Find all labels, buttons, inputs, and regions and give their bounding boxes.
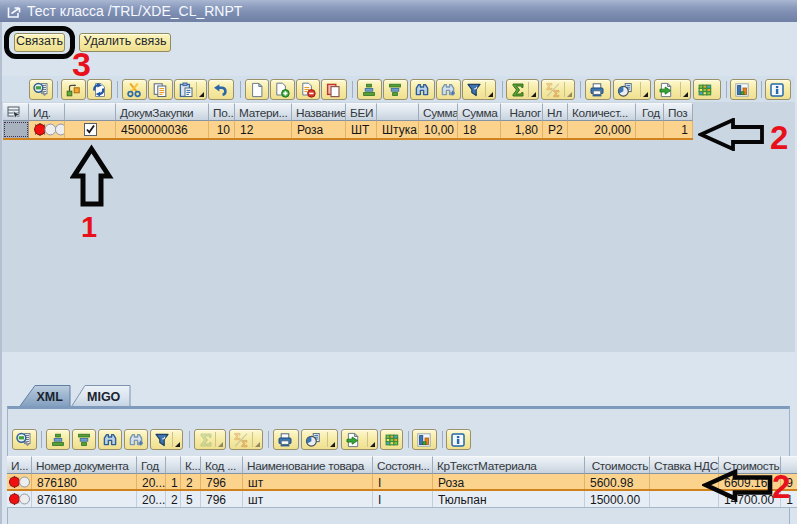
svg-text:XML: XML xyxy=(37,390,64,404)
svg-text:MIGO: MIGO xyxy=(87,390,121,404)
